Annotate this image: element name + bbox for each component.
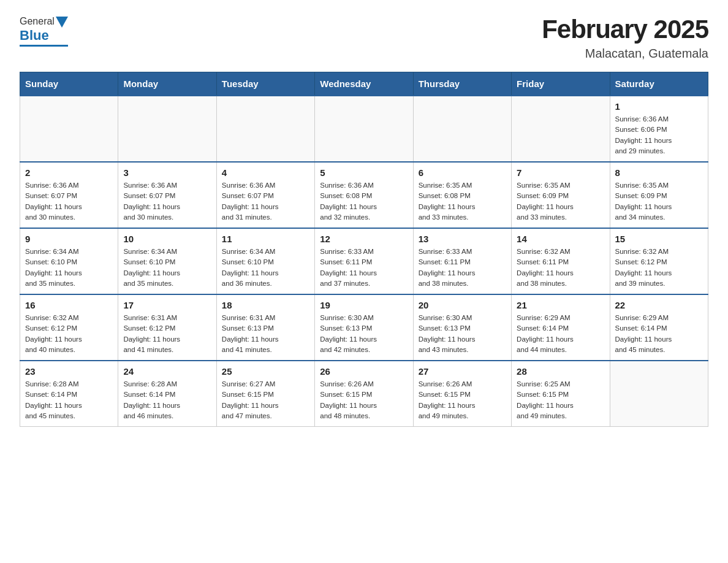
logo: General Blue (20, 15, 68, 47)
calendar-cell: 12Sunrise: 6:33 AMSunset: 6:11 PMDayligh… (315, 228, 413, 294)
day-info: Sunrise: 6:28 AMSunset: 6:14 PMDaylight:… (25, 379, 113, 421)
calendar-cell: 4Sunrise: 6:36 AMSunset: 6:07 PMDaylight… (216, 162, 314, 228)
day-info: Sunrise: 6:31 AMSunset: 6:12 PMDaylight:… (123, 313, 211, 355)
calendar-cell: 3Sunrise: 6:36 AMSunset: 6:07 PMDaylight… (118, 162, 216, 228)
location-subtitle: Malacatan, Guatemala (542, 47, 708, 61)
day-info: Sunrise: 6:35 AMSunset: 6:09 PMDaylight:… (615, 180, 703, 223)
calendar-cell: 7Sunrise: 6:35 AMSunset: 6:09 PMDaylight… (512, 162, 610, 228)
day-number: 23 (25, 366, 113, 377)
day-number: 20 (419, 300, 506, 310)
day-number: 24 (123, 366, 211, 377)
header-day-thursday: Thursday (413, 72, 511, 96)
day-info: Sunrise: 6:36 AMSunset: 6:08 PMDaylight:… (320, 180, 408, 223)
calendar-cell: 5Sunrise: 6:36 AMSunset: 6:08 PMDaylight… (315, 162, 413, 228)
calendar-cell (610, 361, 708, 427)
header-day-monday: Monday (118, 72, 216, 96)
header-day-tuesday: Tuesday (216, 72, 314, 96)
calendar-cell: 25Sunrise: 6:27 AMSunset: 6:15 PMDayligh… (216, 361, 314, 427)
day-info: Sunrise: 6:32 AMSunset: 6:11 PMDaylight:… (517, 247, 604, 289)
day-info: Sunrise: 6:26 AMSunset: 6:15 PMDaylight:… (419, 379, 506, 421)
day-info: Sunrise: 6:28 AMSunset: 6:14 PMDaylight:… (123, 379, 211, 421)
calendar-cell: 1Sunrise: 6:36 AMSunset: 6:06 PMDaylight… (610, 96, 708, 162)
calendar-cell: 8Sunrise: 6:35 AMSunset: 6:09 PMDaylight… (610, 162, 708, 228)
day-number: 16 (25, 300, 113, 310)
header-day-saturday: Saturday (610, 72, 708, 96)
day-number: 27 (419, 366, 506, 377)
day-info: Sunrise: 6:36 AMSunset: 6:07 PMDaylight:… (123, 180, 211, 223)
calendar-cell: 13Sunrise: 6:33 AMSunset: 6:11 PMDayligh… (413, 228, 511, 294)
day-info: Sunrise: 6:29 AMSunset: 6:14 PMDaylight:… (615, 313, 703, 355)
day-number: 15 (615, 234, 703, 244)
day-number: 12 (320, 234, 408, 244)
day-number: 8 (615, 167, 703, 178)
calendar-cell (20, 96, 118, 162)
main-title: February 2025 (542, 15, 708, 44)
calendar-cell: 10Sunrise: 6:34 AMSunset: 6:10 PMDayligh… (118, 228, 216, 294)
header-day-friday: Friday (512, 72, 610, 96)
day-number: 19 (320, 300, 408, 310)
calendar-cell: 18Sunrise: 6:31 AMSunset: 6:13 PMDayligh… (216, 294, 314, 361)
day-info: Sunrise: 6:27 AMSunset: 6:15 PMDaylight:… (222, 379, 309, 421)
calendar-cell: 6Sunrise: 6:35 AMSunset: 6:08 PMDaylight… (413, 162, 511, 228)
day-info: Sunrise: 6:30 AMSunset: 6:13 PMDaylight:… (419, 313, 506, 355)
calendar-cell: 9Sunrise: 6:34 AMSunset: 6:10 PMDaylight… (20, 228, 118, 294)
day-info: Sunrise: 6:36 AMSunset: 6:07 PMDaylight:… (25, 180, 113, 223)
calendar-cell: 15Sunrise: 6:32 AMSunset: 6:12 PMDayligh… (610, 228, 708, 294)
day-info: Sunrise: 6:36 AMSunset: 6:07 PMDaylight:… (222, 180, 309, 223)
day-number: 26 (320, 366, 408, 377)
week-row-3: 9Sunrise: 6:34 AMSunset: 6:10 PMDaylight… (20, 228, 708, 294)
day-info: Sunrise: 6:36 AMSunset: 6:06 PMDaylight:… (615, 114, 703, 156)
day-number: 18 (222, 300, 309, 310)
logo-underline (20, 45, 68, 47)
calendar-cell: 16Sunrise: 6:32 AMSunset: 6:12 PMDayligh… (20, 294, 118, 361)
calendar-cell (118, 96, 216, 162)
calendar-cell: 28Sunrise: 6:25 AMSunset: 6:15 PMDayligh… (512, 361, 610, 427)
day-number: 9 (25, 234, 113, 244)
day-info: Sunrise: 6:25 AMSunset: 6:15 PMDaylight:… (517, 379, 604, 421)
week-row-4: 16Sunrise: 6:32 AMSunset: 6:12 PMDayligh… (20, 294, 708, 361)
week-row-1: 1Sunrise: 6:36 AMSunset: 6:06 PMDaylight… (20, 96, 708, 162)
calendar-cell: 26Sunrise: 6:26 AMSunset: 6:15 PMDayligh… (315, 361, 413, 427)
calendar-cell (315, 96, 413, 162)
day-info: Sunrise: 6:26 AMSunset: 6:15 PMDaylight:… (320, 379, 408, 421)
day-info: Sunrise: 6:31 AMSunset: 6:13 PMDaylight:… (222, 313, 309, 355)
calendar-cell: 22Sunrise: 6:29 AMSunset: 6:14 PMDayligh… (610, 294, 708, 361)
title-area: February 2025 Malacatan, Guatemala (542, 15, 708, 61)
day-info: Sunrise: 6:32 AMSunset: 6:12 PMDaylight:… (25, 313, 113, 355)
calendar-cell: 24Sunrise: 6:28 AMSunset: 6:14 PMDayligh… (118, 361, 216, 427)
day-info: Sunrise: 6:34 AMSunset: 6:10 PMDaylight:… (123, 247, 211, 289)
day-number: 17 (123, 300, 211, 310)
calendar-cell: 19Sunrise: 6:30 AMSunset: 6:13 PMDayligh… (315, 294, 413, 361)
day-number: 13 (419, 234, 506, 244)
day-info: Sunrise: 6:35 AMSunset: 6:08 PMDaylight:… (419, 180, 506, 223)
header-day-sunday: Sunday (20, 72, 118, 96)
day-info: Sunrise: 6:34 AMSunset: 6:10 PMDaylight:… (25, 247, 113, 289)
calendar-cell: 20Sunrise: 6:30 AMSunset: 6:13 PMDayligh… (413, 294, 511, 361)
day-number: 28 (517, 366, 604, 377)
day-number: 2 (25, 167, 113, 178)
logo-blue-text: Blue (20, 28, 49, 44)
calendar-cell: 21Sunrise: 6:29 AMSunset: 6:14 PMDayligh… (512, 294, 610, 361)
day-number: 21 (517, 300, 604, 310)
day-number: 4 (222, 167, 309, 178)
calendar-cell: 14Sunrise: 6:32 AMSunset: 6:11 PMDayligh… (512, 228, 610, 294)
calendar-cell: 11Sunrise: 6:34 AMSunset: 6:10 PMDayligh… (216, 228, 314, 294)
calendar-table: SundayMondayTuesdayWednesdayThursdayFrid… (20, 72, 708, 427)
logo-triangle-icon (56, 17, 68, 28)
calendar-cell: 27Sunrise: 6:26 AMSunset: 6:15 PMDayligh… (413, 361, 511, 427)
day-number: 25 (222, 366, 309, 377)
week-row-2: 2Sunrise: 6:36 AMSunset: 6:07 PMDaylight… (20, 162, 708, 228)
header-row: SundayMondayTuesdayWednesdayThursdayFrid… (20, 72, 708, 96)
calendar-cell (216, 96, 314, 162)
calendar-cell (512, 96, 610, 162)
logo-general-text: General (20, 16, 55, 27)
day-info: Sunrise: 6:30 AMSunset: 6:13 PMDaylight:… (320, 313, 408, 355)
page-header: General Blue February 2025 Malacatan, Gu… (20, 15, 708, 61)
day-info: Sunrise: 6:33 AMSunset: 6:11 PMDaylight:… (419, 247, 506, 289)
day-info: Sunrise: 6:32 AMSunset: 6:12 PMDaylight:… (615, 247, 703, 289)
day-number: 5 (320, 167, 408, 178)
header-day-wednesday: Wednesday (315, 72, 413, 96)
day-info: Sunrise: 6:33 AMSunset: 6:11 PMDaylight:… (320, 247, 408, 289)
day-number: 3 (123, 167, 211, 178)
calendar-cell: 23Sunrise: 6:28 AMSunset: 6:14 PMDayligh… (20, 361, 118, 427)
